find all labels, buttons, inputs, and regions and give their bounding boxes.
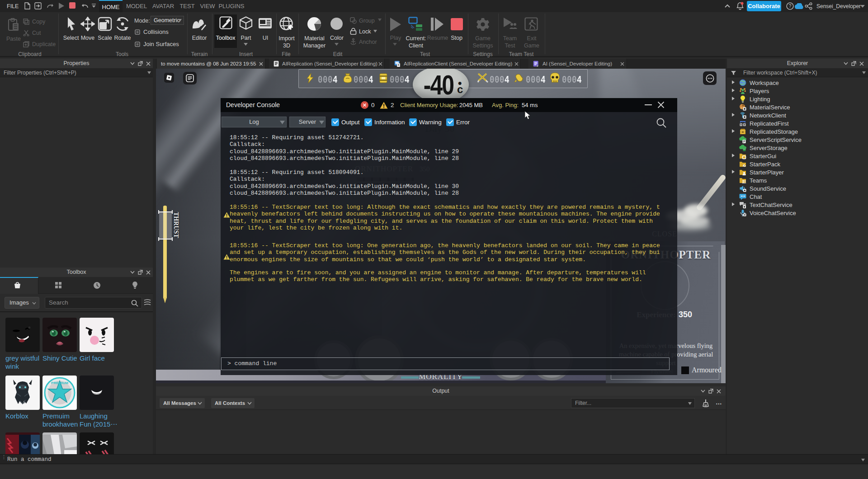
svg-text:?: ? [789,4,792,9]
svg-text:PREMIUM: PREMIUM [51,381,68,385]
